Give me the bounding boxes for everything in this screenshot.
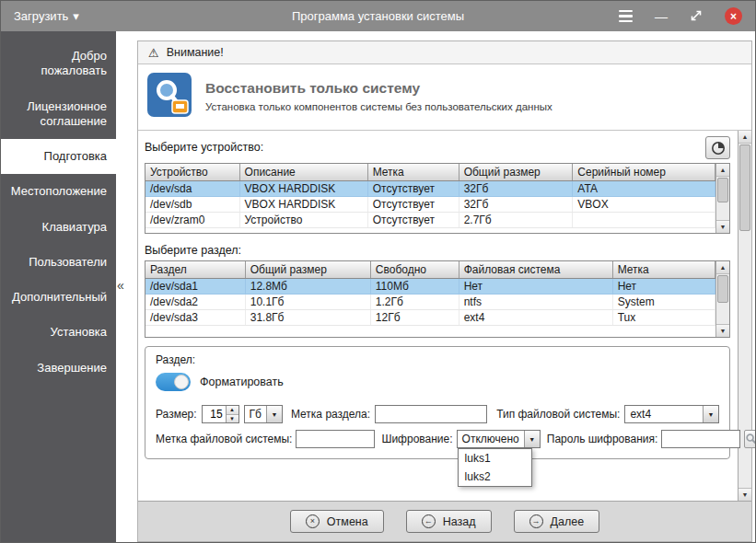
table-cell: ATA (573, 180, 715, 196)
scroll-inner: Выберите устройство: УстройствоОписаниеМ… (138, 131, 738, 501)
scroll-down-icon[interactable]: ▼ (716, 324, 729, 337)
table-row[interactable]: /dev/zram0УстройствоОтсутствует2.7Гб (145, 212, 715, 227)
dropdown-arrow-icon: ▼ (703, 406, 718, 422)
minimize-icon[interactable]: — (655, 10, 668, 23)
size-spinner: ▲ ▼ (202, 405, 239, 423)
table-cell: VBOX (573, 196, 715, 212)
table-row[interactable]: /dev/sdaVBOX HARDDISKОтсутствует32ГбATA (145, 180, 715, 196)
installer-window: Загрузить ▾ Программа установки системы … (0, 0, 756, 543)
device-table-scrollbar[interactable]: ▲ ▼ (715, 164, 729, 233)
load-menu-label: Загрузить (14, 9, 68, 23)
password-label: Пароль шифрования: (547, 433, 658, 445)
table-cell: 12Гб (370, 309, 459, 325)
encryption-label: Шифрование: (381, 433, 452, 445)
sidebar-item[interactable]: Местоположение (1, 174, 116, 209)
cancel-icon: × (306, 514, 320, 528)
table-cell: Устройство (239, 212, 367, 227)
encryption-dropdown-popup: luks1luks2 (458, 448, 532, 487)
scroll-up-icon[interactable]: ▲ (739, 131, 751, 144)
column-header[interactable]: Метка (367, 164, 459, 180)
spin-down-icon[interactable]: ▼ (227, 415, 238, 423)
menu-icon[interactable] (619, 10, 633, 23)
main-scrollbar[interactable]: ▲ ▼ (738, 131, 751, 501)
scroll-area: Выберите устройство: УстройствоОписаниеМ… (138, 131, 751, 501)
partition-section-label: Выберите раздел: (145, 239, 241, 257)
scroll-down-icon[interactable]: ▼ (716, 220, 729, 233)
column-header[interactable]: Серийный номер (573, 164, 715, 180)
table-cell: /dev/sda (145, 180, 239, 196)
restore-system-icon (147, 73, 192, 120)
sidebar-item[interactable]: Установка (1, 315, 116, 350)
dropdown-arrow-icon: ▼ (524, 431, 540, 447)
page-header: Восстановить только систему Установка то… (138, 64, 751, 131)
table-cell: 10.1Гб (245, 294, 370, 309)
column-header[interactable]: Устройство (145, 164, 239, 180)
groupbox-label: Раздел: (156, 353, 719, 366)
partition-table-scrollbar[interactable]: ▲ ▼ (715, 261, 729, 337)
table-cell: Отсутствует (367, 212, 459, 227)
scroll-down-icon[interactable]: ▼ (739, 488, 751, 501)
partition-groupbox: Раздел: Форматировать Размер: ▲ (145, 346, 730, 459)
sidebar-item[interactable]: Пользователи (1, 245, 116, 280)
dropdown-arrow-icon: ▼ (266, 406, 282, 422)
table-cell: /dev/zram0 (145, 212, 239, 227)
fs-type-select[interactable]: ext4 ▼ (624, 405, 719, 423)
fs-type-value: ext4 (625, 406, 703, 422)
page-title: Восстановить только систему (205, 80, 552, 97)
warning-text: Внимание! (167, 46, 224, 59)
spin-up-icon[interactable]: ▲ (227, 406, 238, 415)
sidebar-item[interactable]: Подготовка (1, 139, 116, 174)
sidebar-item[interactable]: Завершение (1, 351, 116, 386)
toggle-knob (174, 375, 189, 389)
back-button[interactable]: ← Назад (406, 510, 492, 533)
size-label: Размер: (156, 408, 197, 421)
size-unit-select[interactable]: Гб ▼ (244, 405, 283, 423)
sidebar: Добро пожаловатьЛицензионное соглашениеП… (1, 31, 116, 542)
titlebar: Загрузить ▾ Программа установки системы … (1, 1, 755, 31)
close-icon[interactable]: × (725, 7, 742, 25)
cancel-button[interactable]: × Отмена (290, 510, 384, 533)
table-row[interactable]: /dev/sda112.8Мб110МбНетНет (145, 278, 715, 294)
table-cell: 32Гб (459, 180, 573, 196)
maximize-icon[interactable] (690, 9, 703, 24)
fs-label-input[interactable] (296, 430, 375, 448)
size-input[interactable] (203, 406, 226, 422)
partition-label-input[interactable] (375, 405, 487, 423)
partition-label-label: Метка раздела: (291, 408, 370, 421)
sidebar-item[interactable]: Лицензионное соглашение (1, 89, 116, 140)
format-toggle[interactable] (156, 373, 191, 391)
format-toggle-label: Форматировать (200, 375, 284, 388)
sidebar-collapse-button[interactable]: « (117, 278, 124, 293)
table-row[interactable]: /dev/sda210.1Гб1.2ГбntfsSystem (145, 294, 715, 309)
table-cell: VBOX HARDDISK (239, 180, 367, 196)
encryption-option[interactable]: luks2 (459, 468, 531, 486)
encryption-value: Отключено (458, 431, 524, 447)
sidebar-item[interactable]: Добро пожаловать (1, 39, 116, 89)
column-header[interactable]: Свободно (370, 261, 459, 278)
load-menu-button[interactable]: Загрузить ▾ (1, 1, 92, 31)
column-header[interactable]: Общий размер (459, 164, 573, 180)
scroll-up-icon[interactable]: ▲ (716, 261, 729, 274)
table-cell: /dev/sda2 (145, 294, 245, 309)
column-header[interactable]: Общий размер (245, 261, 370, 278)
sidebar-item[interactable]: Дополнительный (1, 280, 116, 315)
encryption-option[interactable]: luks1 (459, 449, 531, 468)
column-header[interactable]: Раздел (145, 261, 245, 278)
scroll-up-icon[interactable]: ▲ (716, 164, 729, 177)
column-header[interactable]: Метка (612, 261, 715, 278)
table-row[interactable]: /dev/sda331.8Гб12Гбext4Tux (145, 309, 715, 325)
column-header[interactable]: Описание (239, 164, 367, 180)
pie-chart-icon (711, 141, 726, 156)
encryption-password-input[interactable] (661, 430, 740, 448)
sidebar-item[interactable]: Клавиатура (1, 210, 116, 245)
column-header[interactable]: Файловая система (459, 261, 612, 278)
table-cell: 32Гб (459, 196, 573, 212)
sidebar-gutter: « (116, 31, 137, 542)
table-cell: Отсутствует (367, 180, 459, 196)
encryption-select[interactable]: Отключено ▼ luks1luks2 (457, 430, 541, 448)
table-cell: 31.8Гб (245, 309, 370, 325)
table-row[interactable]: /dev/sdbVBOX HARDDISKОтсутствует32ГбVBOX (145, 196, 715, 212)
content-panel: ⚠ Внимание! Восстановить только систему … (137, 40, 752, 542)
next-button[interactable]: → Далее (514, 510, 600, 533)
disk-usage-button[interactable] (705, 136, 730, 159)
